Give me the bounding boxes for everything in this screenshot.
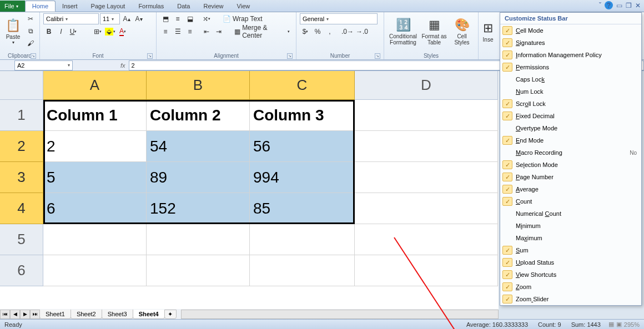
sheet-nav-last[interactable]: ⏭ <box>30 310 40 319</box>
menu-item-view-shortcuts[interactable]: ✓View Shortcuts <box>500 269 641 281</box>
menu-item-macro-recording[interactable]: Macro RecordingNo <box>500 146 641 159</box>
cell-styles-button[interactable]: 🎨 Cell Styles <box>450 13 474 50</box>
sheet-nav-next[interactable]: ▶ <box>20 310 30 319</box>
row-header-5[interactable]: 5 <box>0 224 43 255</box>
underline-button[interactable]: U▾ <box>68 26 79 37</box>
file-tab[interactable]: File ▾ <box>0 1 25 12</box>
restore-icon[interactable]: ❐ <box>626 2 632 9</box>
align-middle-button[interactable]: ≡ <box>172 13 183 24</box>
comma-button[interactable]: , <box>324 26 335 37</box>
cell-A1[interactable]: Column 1 <box>43 100 147 131</box>
cell-A3[interactable]: 5 <box>43 162 147 193</box>
cell-A4[interactable]: 6 <box>43 193 147 224</box>
column-header-B[interactable]: B <box>147 71 250 100</box>
view-layout-icon[interactable]: ▣ <box>616 321 622 328</box>
sheet-tab-sheet4[interactable]: Sheet4 <box>133 310 165 319</box>
sheet-nav-first[interactable]: ⏮ <box>0 310 10 319</box>
cell-B1[interactable]: Column 2 <box>147 100 250 131</box>
menu-item-end-mode[interactable]: ✓End Mode <box>500 134 641 146</box>
format-as-table-button[interactable]: ▦ Format as Table <box>421 13 447 50</box>
number-format-select[interactable]: General▾ <box>300 13 378 24</box>
increase-indent-button[interactable]: ⇥ <box>213 26 224 37</box>
menu-item-count[interactable]: ✓Count <box>500 195 641 207</box>
menu-item-minimum[interactable]: Minimum <box>500 220 641 232</box>
row-header-2[interactable]: 2 <box>0 131 43 162</box>
cell-D5[interactable] <box>355 224 498 255</box>
sheet-tab-sheet3[interactable]: Sheet3 <box>102 310 133 319</box>
column-header-D[interactable]: D <box>355 71 498 100</box>
cell-A6[interactable] <box>43 255 147 286</box>
view-normal-icon[interactable]: ▦ <box>608 321 614 328</box>
row-header-3[interactable]: 3 <box>0 162 43 193</box>
menu-item-cell-mode[interactable]: ✓Cell Mode <box>500 24 641 37</box>
decrease-decimal-button[interactable]: →.0 <box>355 26 369 37</box>
menu-item-fixed-decimal[interactable]: ✓Fixed Decimal <box>500 110 641 122</box>
menu-item-permissions[interactable]: ✓Permissions <box>500 61 641 73</box>
cell-B3[interactable]: 89 <box>147 162 250 193</box>
row-header-6[interactable]: 6 <box>0 255 43 286</box>
cell-D6[interactable] <box>355 255 498 286</box>
column-header-A[interactable]: A <box>43 71 147 100</box>
menu-item-zoom[interactable]: ✓Zoom <box>500 281 641 293</box>
dialog-launcher-icon[interactable]: ↘ <box>287 53 293 59</box>
orientation-button[interactable]: ⤭▾ <box>201 13 212 24</box>
dialog-launcher-icon[interactable]: ↘ <box>375 53 380 59</box>
percent-button[interactable]: % <box>312 26 323 37</box>
cell-C4[interactable]: 85 <box>250 193 355 224</box>
ribbon-tab-insert[interactable]: Insert <box>56 1 84 12</box>
wrap-text-button[interactable]: 📄 Wrap Text <box>220 13 265 24</box>
accounting-button[interactable]: $▾ <box>300 26 311 37</box>
cell-D4[interactable] <box>355 193 498 224</box>
insert-sheet-button[interactable]: ✦ <box>164 310 177 319</box>
cell-B2[interactable]: 54 <box>147 131 250 162</box>
menu-item-signatures[interactable]: ✓Signatures <box>500 37 641 49</box>
bold-button[interactable]: B <box>43 26 54 37</box>
cell-B6[interactable] <box>147 255 250 286</box>
horizontal-scrollbar[interactable] <box>181 310 499 319</box>
ribbon-tab-data[interactable]: Data <box>170 1 197 12</box>
cut-button[interactable]: ✂ <box>25 13 36 24</box>
ribbon-tab-page-layout[interactable]: Page Layout <box>84 1 132 12</box>
menu-item-upload-status[interactable]: ✓Upload Status <box>500 256 641 269</box>
status-bar[interactable]: Ready Average: 160.3333333 Count: 9 Sum:… <box>0 319 644 329</box>
copy-button[interactable]: ⧉ <box>25 26 36 37</box>
cell-B4[interactable]: 152 <box>147 193 250 224</box>
italic-button[interactable]: I <box>56 26 67 37</box>
fx-label[interactable]: fx <box>117 62 129 69</box>
cell-C2[interactable]: 56 <box>250 131 355 162</box>
align-left-button[interactable]: ≡ <box>160 26 171 37</box>
cell-A5[interactable] <box>43 224 147 255</box>
align-top-button[interactable]: ⬒ <box>160 13 171 24</box>
row-header-1[interactable]: 1 <box>0 100 43 131</box>
customize-status-bar-menu[interactable]: Customize Status Bar ✓Cell Mode✓Signatur… <box>500 12 642 306</box>
cell-B5[interactable] <box>147 224 250 255</box>
zoom-value[interactable]: 295% <box>624 321 640 328</box>
cell-D3[interactable] <box>355 162 498 193</box>
shrink-font-button[interactable]: A▾ <box>133 13 144 24</box>
ribbon-tab-formulas[interactable]: Formulas <box>132 1 170 12</box>
menu-item-scroll-lock[interactable]: ✓Scroll Lock <box>500 98 641 110</box>
cell-C6[interactable] <box>250 255 355 286</box>
menu-item-information-management-policy[interactable]: ✓Information Management Policy <box>500 49 641 61</box>
sheet-tab-sheet1[interactable]: Sheet1 <box>39 310 71 319</box>
ribbon-minimize-icon[interactable]: ˇ <box>599 2 601 9</box>
ribbon-tab-view[interactable]: View <box>230 1 257 12</box>
ribbon-tab-home[interactable]: Home <box>25 1 56 12</box>
menu-item-numerical-count[interactable]: Numerical Count <box>500 207 641 220</box>
minimize-icon[interactable]: ▭ <box>616 2 622 9</box>
menu-item-caps-lock[interactable]: Caps Lock <box>500 73 641 85</box>
font-color-button[interactable]: A▾ <box>117 26 128 37</box>
worksheet-grid[interactable]: ABCD 123456 Column 1Column 2Column 35456… <box>0 71 499 309</box>
sheet-tab-sheet2[interactable]: Sheet2 <box>71 310 102 319</box>
menu-item-page-number[interactable]: ✓Page Number <box>500 171 641 183</box>
menu-item-num-lock[interactable]: Num Lock <box>500 85 641 98</box>
insert-button[interactable]: ⊞ Inse <box>482 13 494 50</box>
row-header-4[interactable]: 4 <box>0 193 43 224</box>
border-button[interactable]: ⊞▾ <box>92 26 103 37</box>
align-bottom-button[interactable]: ⬓ <box>184 13 195 24</box>
cell-D1[interactable] <box>355 100 498 131</box>
decrease-indent-button[interactable]: ⇤ <box>201 26 212 37</box>
menu-item-average[interactable]: ✓Average <box>500 183 641 195</box>
align-center-button[interactable]: ☰ <box>172 26 183 37</box>
close-icon[interactable]: ✕ <box>635 2 641 9</box>
